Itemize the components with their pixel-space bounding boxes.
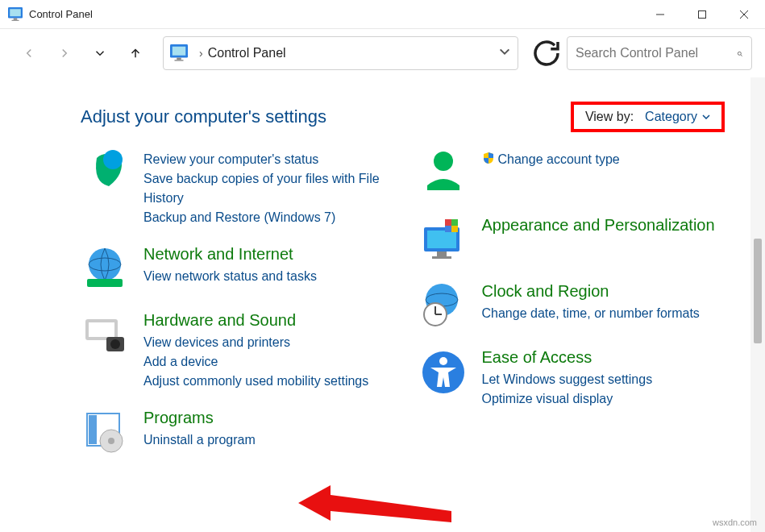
search-box[interactable] <box>567 36 752 70</box>
view-by-dropdown[interactable]: Category <box>645 110 710 124</box>
svg-line-13 <box>741 55 742 56</box>
clock-icon <box>419 282 468 330</box>
title-hardware[interactable]: Hardware and Sound <box>143 311 387 330</box>
svg-point-12 <box>738 52 741 55</box>
title-programs[interactable]: Programs <box>143 409 387 427</box>
view-by-control: View by: Category <box>571 102 725 132</box>
svg-rect-33 <box>445 226 451 232</box>
svg-rect-9 <box>173 47 186 56</box>
svg-point-41 <box>439 357 447 365</box>
svg-rect-28 <box>427 231 456 248</box>
chevron-down-icon <box>702 114 710 119</box>
main-content: Adjust your computer's settings View by:… <box>0 77 765 532</box>
window-title: Control Panel <box>29 8 639 20</box>
search-input[interactable] <box>576 46 737 60</box>
scrollbar-thumb[interactable] <box>754 239 762 343</box>
title-appearance[interactable]: Appearance and Personalization <box>482 216 726 235</box>
svg-point-14 <box>103 150 123 169</box>
link-devices-printers[interactable]: View devices and printers <box>143 333 387 352</box>
ease-of-access-icon <box>419 348 468 397</box>
link-add-device[interactable]: Add a device <box>143 352 387 372</box>
svg-rect-1 <box>10 9 21 16</box>
back-button[interactable] <box>13 37 45 69</box>
svg-rect-3 <box>12 19 19 20</box>
page-heading: Adjust your computer's settings <box>81 106 326 127</box>
category-clock: Clock and Region Change date, time, or n… <box>419 282 726 330</box>
recent-dropdown[interactable] <box>84 37 116 69</box>
search-icon <box>737 46 743 60</box>
scrollbar[interactable] <box>750 77 765 532</box>
link-change-account[interactable]: Change account type <box>482 150 726 170</box>
svg-rect-29 <box>437 251 447 256</box>
view-by-label: View by: <box>585 110 634 124</box>
svg-rect-34 <box>451 226 458 232</box>
hardware-icon <box>81 311 129 360</box>
security-icon <box>81 150 129 198</box>
svg-point-15 <box>89 248 121 281</box>
category-hardware: Hardware and Sound View devices and prin… <box>81 311 387 391</box>
category-ease: Ease of Access Let Windows suggest setti… <box>419 348 726 409</box>
chevron-down-icon[interactable] <box>498 45 511 61</box>
svg-rect-11 <box>175 60 184 60</box>
svg-rect-19 <box>89 322 114 337</box>
accounts-icon <box>419 150 468 198</box>
watermark: wsxdn.com <box>713 517 757 527</box>
column-left: Review your computer's status Save backu… <box>81 156 387 475</box>
title-clock[interactable]: Clock and Region <box>482 282 726 301</box>
close-button[interactable] <box>723 0 765 29</box>
link-mobility[interactable]: Adjust commonly used mobility settings <box>143 372 387 391</box>
svg-rect-2 <box>14 18 18 19</box>
minimize-button[interactable] <box>639 0 681 29</box>
link-suggest-settings[interactable]: Let Windows suggest settings <box>482 370 726 389</box>
programs-icon <box>81 409 129 457</box>
link-date-formats[interactable]: Change date, time, or number formats <box>482 304 726 323</box>
link-optimize-visual[interactable]: Optimize visual display <box>482 389 726 409</box>
shield-icon <box>482 151 495 170</box>
maximize-button[interactable] <box>681 0 723 29</box>
category-appearance: Appearance and Personalization <box>419 216 726 264</box>
breadcrumb-text[interactable]: Control Panel <box>208 46 498 60</box>
forward-button[interactable] <box>48 37 81 69</box>
column-right: Change account type Appearance and Perso… <box>419 156 726 475</box>
breadcrumb-separator: › <box>199 47 203 60</box>
category-network: Network and Internet View network status… <box>81 245 387 293</box>
address-bar[interactable]: › Control Panel <box>163 36 518 70</box>
svg-marker-42 <box>298 485 451 522</box>
link-backup-restore[interactable]: Backup and Restore (Windows 7) <box>143 208 387 227</box>
svg-rect-23 <box>89 415 97 444</box>
up-button[interactable] <box>119 37 152 69</box>
svg-rect-5 <box>699 10 706 18</box>
link-uninstall[interactable]: Uninstall a program <box>143 430 387 450</box>
svg-rect-17 <box>87 279 123 287</box>
control-panel-icon <box>170 44 188 62</box>
link-network-status[interactable]: View network status and tasks <box>143 267 387 286</box>
titlebar: Control Panel <box>0 0 765 29</box>
svg-rect-32 <box>451 219 458 226</box>
control-panel-icon <box>8 7 23 22</box>
refresh-button[interactable] <box>530 36 563 70</box>
svg-rect-30 <box>432 256 451 259</box>
title-network[interactable]: Network and Internet <box>143 245 387 264</box>
toolbar: › Control Panel <box>0 29 765 77</box>
svg-rect-10 <box>177 58 181 60</box>
category-programs: Programs Uninstall a program <box>81 409 387 457</box>
title-ease[interactable]: Ease of Access <box>482 348 726 367</box>
category-security: Review your computer's status Save backu… <box>81 150 387 227</box>
appearance-icon <box>419 216 468 264</box>
window-controls <box>639 0 765 29</box>
category-accounts: Change account type <box>419 150 726 198</box>
link-review-status[interactable]: Review your computer's status <box>143 150 387 169</box>
svg-point-25 <box>108 438 114 444</box>
svg-point-26 <box>434 152 453 171</box>
svg-rect-31 <box>445 219 451 226</box>
annotation-arrow <box>298 479 459 527</box>
network-icon <box>81 245 129 293</box>
link-file-history[interactable]: Save backup copies of your files with Fi… <box>143 169 387 208</box>
svg-point-21 <box>110 339 120 349</box>
